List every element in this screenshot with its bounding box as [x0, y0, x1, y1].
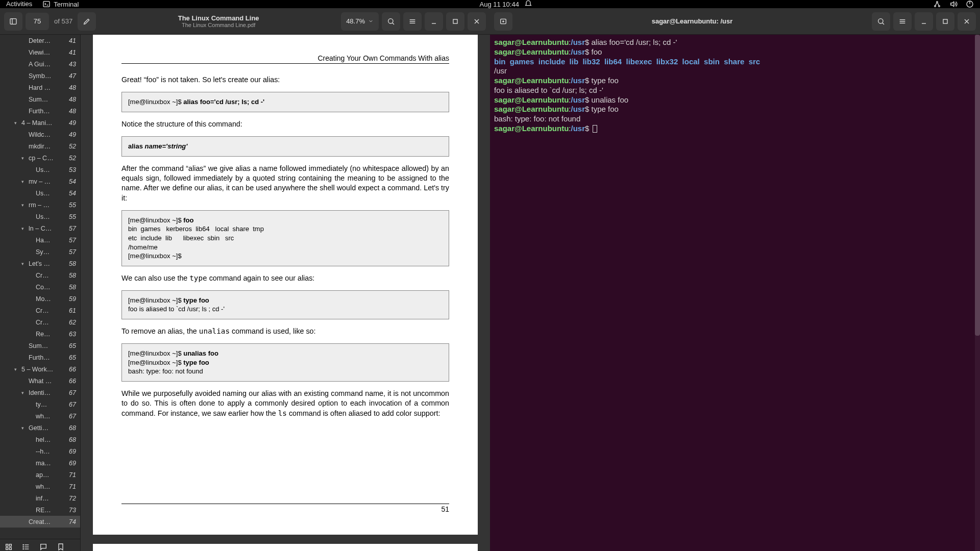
outline-item[interactable]: ▾4 – Mani…49	[0, 117, 80, 129]
outline-item[interactable]: ▾ln – C…57	[0, 222, 80, 234]
outline-item[interactable]: Sum…65	[0, 340, 80, 352]
outline-item[interactable]: --h…69	[0, 445, 80, 457]
maximize-button[interactable]	[936, 12, 954, 31]
svg-rect-31	[943, 19, 947, 23]
new-tab-button[interactable]	[494, 12, 512, 31]
outline-item[interactable]: Co…58	[0, 281, 80, 293]
outline-label: ln – C…	[29, 225, 67, 232]
minimize-button[interactable]	[915, 12, 933, 31]
outline-page: 53	[67, 166, 76, 173]
outline-page: 57	[67, 237, 76, 244]
code-block: [me@linuxbox ~]$ type foo foo is aliased…	[121, 290, 449, 319]
outline-item[interactable]: RE…73	[0, 504, 80, 516]
outline-view-switcher	[0, 539, 80, 551]
search-button[interactable]	[382, 12, 400, 31]
scrollbar-thumb[interactable]	[975, 35, 980, 336]
expand-icon: ▾	[21, 261, 29, 266]
outline-item[interactable]: Re…63	[0, 328, 80, 340]
terminal-scrollbar[interactable]	[975, 35, 980, 551]
menu-button[interactable]	[403, 12, 422, 31]
outline-item[interactable]: Cr…61	[0, 305, 80, 316]
current-app[interactable]: Terminal	[42, 0, 79, 8]
outline-item[interactable]: Cr…62	[0, 316, 80, 328]
outline-item[interactable]: Furth…48	[0, 105, 80, 117]
outline-item[interactable]: What …66	[0, 375, 80, 387]
outline-item[interactable]: ▾Let's …58	[0, 258, 80, 269]
pdf-page-area[interactable]: Creating Your Own Commands With alias Gr…	[81, 35, 490, 551]
search-button[interactable]	[872, 12, 890, 31]
terminal-body[interactable]: sagar@Learnubuntu:/usr$ alias foo='cd /u…	[490, 35, 980, 551]
outline-label: Us…	[36, 166, 67, 173]
outline-item[interactable]: Sy…57	[0, 246, 80, 258]
outline-item[interactable]: wh…71	[0, 481, 80, 492]
outline-item[interactable]: Furth…65	[0, 352, 80, 363]
outline-item[interactable]: Symb…47	[0, 70, 80, 82]
maximize-button[interactable]	[446, 12, 464, 31]
outline-page: 63	[67, 331, 76, 338]
outline-page: 48	[67, 84, 76, 91]
outline-view-button[interactable]	[17, 539, 35, 551]
outline-item[interactable]: ap…71	[0, 469, 80, 481]
outline-page: 58	[67, 272, 76, 279]
svg-rect-0	[43, 2, 50, 7]
outline-item[interactable]: wh…67	[0, 410, 80, 422]
pdf-filename: The Linux Command Line.pdf	[99, 22, 338, 28]
zoom-dropdown[interactable]: 48.7%	[341, 12, 379, 31]
outline-item[interactable]: ty…67	[0, 398, 80, 410]
paragraph: To remove an alias, the unalias command …	[121, 327, 449, 336]
svg-point-22	[23, 548, 23, 549]
outline-label: Getti…	[29, 424, 67, 432]
page-total-label: of 537	[52, 17, 75, 25]
network-icon[interactable]	[933, 0, 941, 8]
outline-item[interactable]: Viewi…41	[0, 46, 80, 58]
close-button[interactable]	[468, 12, 486, 31]
volume-icon[interactable]	[949, 0, 958, 8]
expand-icon: ▾	[21, 156, 29, 161]
outline-item[interactable]: ▾mv – …54	[0, 176, 80, 187]
outline-item[interactable]: hel…68	[0, 434, 80, 445]
outline-item[interactable]: Hard …48	[0, 82, 80, 93]
menu-button[interactable]	[893, 12, 912, 31]
outline-item[interactable]: ▾rm – …55	[0, 199, 80, 211]
outline-item[interactable]: Wildc…49	[0, 129, 80, 140]
thumbnails-view-button[interactable]	[0, 539, 17, 551]
page-number-input[interactable]	[26, 13, 49, 30]
annotations-view-button[interactable]	[35, 539, 52, 551]
annotate-button[interactable]	[78, 12, 96, 31]
notification-icon[interactable]	[524, 0, 532, 8]
outline-item[interactable]: ▾cp – C…52	[0, 152, 80, 164]
outline-label: What …	[29, 378, 67, 385]
activities-button[interactable]: Activities	[6, 0, 32, 8]
outline-item[interactable]: A Gui…43	[0, 58, 80, 70]
outline-item[interactable]: Ha…57	[0, 234, 80, 246]
close-button[interactable]	[958, 12, 976, 31]
outline-item[interactable]: Deter…41	[0, 35, 80, 46]
minimize-button[interactable]	[425, 12, 443, 31]
side-pane-toggle[interactable]	[4, 12, 22, 31]
outline-item[interactable]: ▾Identi…67	[0, 387, 80, 398]
outline-item[interactable]: ma…69	[0, 457, 80, 469]
outline-item[interactable]: Mo…59	[0, 293, 80, 305]
outline-item[interactable]: Sum…48	[0, 93, 80, 105]
outline-label: RE…	[36, 507, 67, 514]
outline-page: 65	[67, 342, 76, 349]
outline-list[interactable]: Deter…41Viewi…41A Gui…43Symb…47Hard …48S…	[0, 35, 80, 539]
outline-item[interactable]: Us…55	[0, 211, 80, 222]
outline-item[interactable]: Us…53	[0, 164, 80, 176]
clock[interactable]: Aug 11 10:44	[480, 1, 519, 8]
outline-label: Viewi…	[29, 49, 67, 56]
outline-item[interactable]: ▾Getti…68	[0, 422, 80, 434]
power-icon[interactable]	[966, 0, 974, 8]
pdf-outline-panel: Deter…41Viewi…41A Gui…43Symb…47Hard …48S…	[0, 35, 81, 551]
outline-item[interactable]: ▾5 – Work…66	[0, 363, 80, 375]
outline-item[interactable]: Cr…58	[0, 269, 80, 281]
outline-item[interactable]: mkdir…52	[0, 140, 80, 152]
outline-item[interactable]: Creat…74	[0, 516, 80, 528]
bookmarks-view-button[interactable]	[52, 539, 69, 551]
outline-label: A Gui…	[29, 61, 67, 68]
workspace: of 537 The Linux Command Line The Linux …	[0, 8, 980, 551]
outline-item[interactable]: inf…72	[0, 492, 80, 504]
outline-label: Furth…	[29, 354, 67, 361]
outline-page: 69	[67, 448, 76, 455]
outline-item[interactable]: Us…54	[0, 187, 80, 199]
